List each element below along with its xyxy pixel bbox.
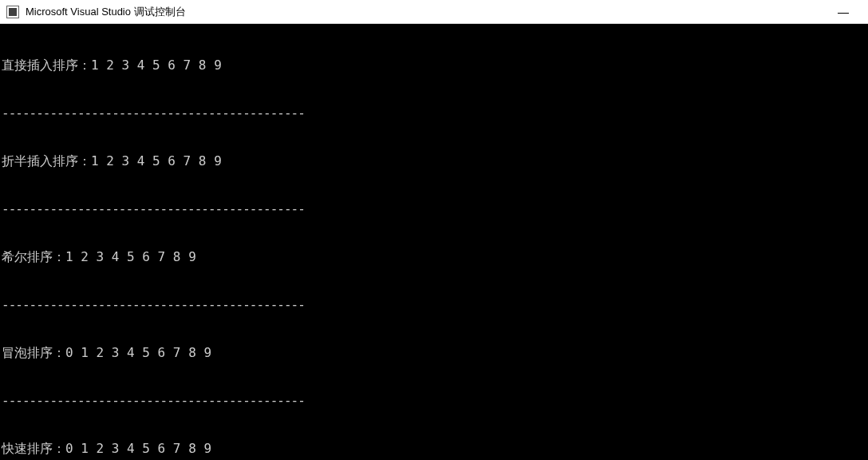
divider: ----------------------------------------… [2,105,866,121]
window-controls: — [825,0,862,24]
divider: ----------------------------------------… [2,201,866,217]
output-line: 直接插入排序：1 2 3 4 5 6 7 8 9 [2,58,866,73]
output-line: 冒泡排序：0 1 2 3 4 5 6 7 8 9 [2,345,866,361]
window-title: Microsoft Visual Studio 调试控制台 [26,5,825,19]
divider: ----------------------------------------… [2,393,866,409]
console-window: Microsoft Visual Studio 调试控制台 — 直接插入排序：1… [0,0,868,460]
output-line: 希尔排序：1 2 3 4 5 6 7 8 9 [2,249,866,265]
minimize-button[interactable]: — [825,0,862,24]
output-line: 快速排序：0 1 2 3 4 5 6 7 8 9 [2,441,866,457]
titlebar[interactable]: Microsoft Visual Studio 调试控制台 — [0,0,868,24]
divider: ----------------------------------------… [2,297,866,313]
console-output[interactable]: 直接插入排序：1 2 3 4 5 6 7 8 9 ---------------… [0,24,868,460]
app-icon [6,6,19,18]
output-line: 折半插入排序：1 2 3 4 5 6 7 8 9 [2,153,866,169]
